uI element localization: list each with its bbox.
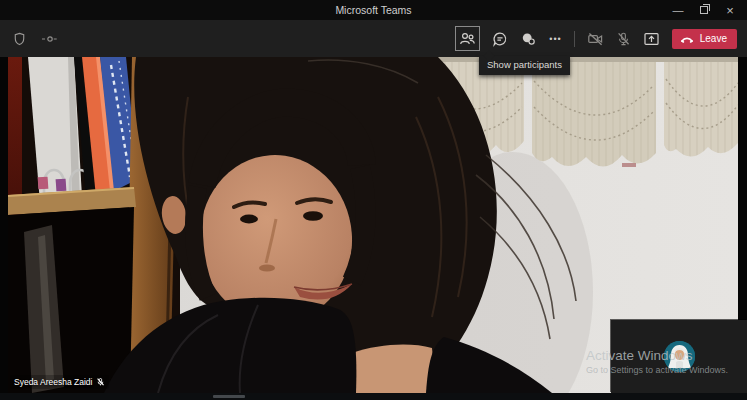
scrollbar-thumb[interactable]	[213, 395, 245, 398]
reactions-button[interactable]	[520, 31, 537, 47]
toolbar-left-group	[12, 20, 59, 57]
minimize-button[interactable]: —	[667, 0, 689, 20]
share-screen-icon	[643, 31, 660, 47]
meeting-toolbar: •••	[0, 20, 747, 57]
window-controls: — ×	[667, 0, 741, 20]
leave-button-label: Leave	[700, 33, 727, 44]
horizontal-scrollbar[interactable]	[0, 393, 747, 400]
show-participants-tooltip: Show participants	[479, 56, 570, 75]
toolbar-divider	[574, 31, 575, 47]
hijab-avatar-image	[664, 341, 695, 372]
shield-icon[interactable]	[12, 31, 27, 47]
mic-off-button[interactable]	[616, 31, 631, 47]
call-health-icon[interactable]	[41, 31, 59, 47]
participant-name-label: Syeda Areesha Zaidi	[10, 375, 109, 389]
window-title: Microsoft Teams	[0, 0, 747, 20]
reactions-icon	[520, 31, 537, 47]
restore-icon	[700, 6, 708, 14]
titlebar: Microsoft Teams — ×	[0, 0, 747, 20]
camera-off-button[interactable]	[587, 31, 604, 47]
muted-mic-icon	[96, 377, 105, 387]
toolbar-right-group: •••	[455, 20, 737, 57]
show-participants-button[interactable]	[455, 26, 480, 51]
leave-button[interactable]: Leave	[672, 29, 737, 49]
self-view-pip[interactable]	[611, 320, 747, 393]
camera-off-icon	[587, 31, 604, 47]
chat-icon	[492, 31, 508, 47]
self-avatar	[664, 341, 695, 372]
participants-icon	[459, 31, 476, 47]
participant-name-text: Syeda Areesha Zaidi	[14, 377, 92, 387]
share-screen-button[interactable]	[643, 31, 660, 47]
restore-button[interactable]	[693, 0, 715, 20]
hang-up-icon	[680, 34, 694, 44]
chat-button[interactable]	[492, 31, 508, 47]
more-options-button[interactable]: •••	[549, 34, 561, 44]
close-button[interactable]: ×	[719, 0, 741, 20]
teams-window: Microsoft Teams — ×	[0, 0, 747, 400]
mic-off-icon	[616, 31, 631, 47]
